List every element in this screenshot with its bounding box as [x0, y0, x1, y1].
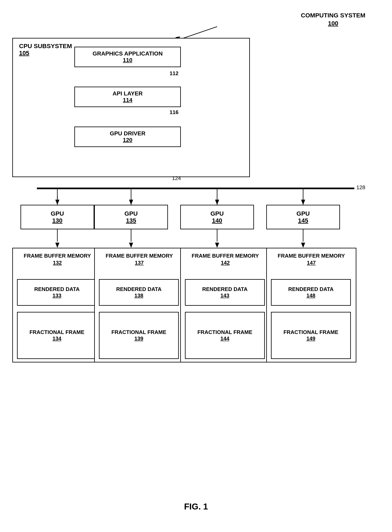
graphics-application-box: GRAPHICS APPLICATION 110	[74, 47, 181, 67]
cpu-subsystem-label: CPU SUBSYSTEM 105	[19, 43, 72, 56]
computing-system-label: COMPUTING SYSTEM 100	[301, 11, 365, 27]
svg-marker-19	[215, 200, 219, 205]
gpu-driver-box: GPU DRIVER 120	[74, 127, 181, 147]
svg-marker-27	[129, 243, 133, 248]
rendered-data-138-box: RENDERED DATA 138	[99, 279, 179, 306]
fractional-frame-134-box: FRACTIONAL FRAME 134	[17, 312, 97, 359]
fbm-142-box: FRAME BUFFER MEMORY 142 RENDERED DATA 14…	[180, 248, 270, 362]
fbm-147-box: FRAME BUFFER MEMORY 147 RENDERED DATA 14…	[266, 248, 356, 362]
svg-marker-22	[301, 200, 305, 205]
connection-112-label: 112	[170, 70, 178, 77]
svg-marker-13	[55, 200, 59, 205]
gpu-135-box: GPU 135	[94, 205, 168, 229]
svg-marker-29	[215, 243, 219, 248]
svg-marker-16	[129, 200, 133, 205]
fractional-frame-144-box: FRACTIONAL FRAME 144	[185, 312, 265, 359]
gpu-145-box: GPU 145	[266, 205, 340, 229]
connection-124-label: 124	[172, 175, 181, 181]
api-layer-box: API LAYER 114	[74, 87, 181, 107]
fractional-frame-139-box: FRACTIONAL FRAME 139	[99, 312, 179, 359]
rendered-data-143-box: RENDERED DATA 143	[185, 279, 265, 306]
rendered-data-133-box: RENDERED DATA 133	[17, 279, 97, 306]
diagram: COMPUTING SYSTEM 100 CPU SUBSYSTEM 105 G…	[0, 0, 392, 532]
fbm-132-box: FRAME BUFFER MEMORY 132 RENDERED DATA 13…	[12, 248, 103, 362]
cpu-subsystem-box: CPU SUBSYSTEM 105 GRAPHICS APPLICATION 1…	[12, 38, 250, 177]
connection-116-label: 116	[170, 109, 178, 116]
figure-label: FIG. 1	[184, 502, 208, 516]
gpu-130-box: GPU 130	[20, 205, 94, 229]
svg-marker-25	[55, 243, 59, 248]
rendered-data-148-box: RENDERED DATA 148	[271, 279, 351, 306]
fractional-frame-149-box: FRACTIONAL FRAME 149	[271, 312, 351, 359]
svg-marker-31	[301, 243, 305, 248]
fbm-137-box: FRAME BUFFER MEMORY 137 RENDERED DATA 13…	[94, 248, 184, 362]
gpu-140-box: GPU 140	[180, 205, 254, 229]
connection-128-label: 128	[356, 184, 365, 191]
